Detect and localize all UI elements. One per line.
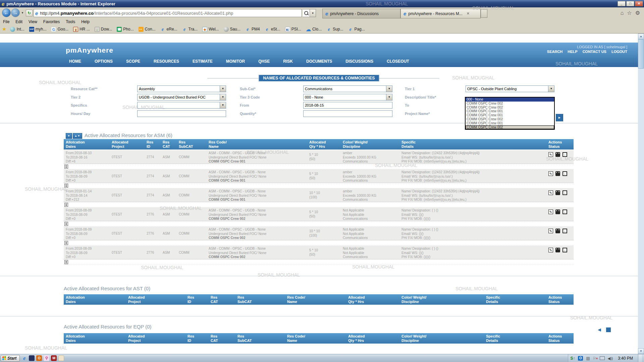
nav-item[interactable]: RISK — [283, 59, 293, 64]
favorites-star-icon[interactable]: ☆ — [627, 10, 632, 16]
sort-toggle-button[interactable]: ▲▼ — [73, 133, 82, 139]
hours-input[interactable] — [137, 110, 226, 117]
network-icon[interactable] — [600, 356, 605, 360]
nav-item[interactable]: OPTIONS — [95, 59, 113, 64]
favorite-item[interactable]: Pag... — [345, 26, 367, 32]
from-input[interactable]: 2018-08-15 — [303, 102, 392, 109]
download-icon[interactable]: ↓ — [562, 190, 567, 195]
specifics-select[interactable]: ▼ — [137, 102, 226, 109]
row-detail-icon[interactable] — [64, 241, 68, 245]
dropdown-arrow-icon[interactable]: ▼ — [548, 86, 554, 92]
edit-icon[interactable]: ✎ — [548, 209, 553, 214]
edit-icon[interactable]: ✎ — [548, 152, 553, 157]
quick-launch-icon[interactable]: O — [36, 355, 42, 361]
dropdown-option[interactable]: COMM OSPC Crew 002 — [466, 102, 554, 106]
dropdown-arrow-icon[interactable]: ▼ — [220, 102, 226, 108]
download-icon[interactable]: ↓ — [562, 171, 567, 176]
site-logo[interactable]: pmAnywhere — [66, 46, 113, 54]
history-dropdown-icon[interactable]: ▼ — [21, 11, 24, 14]
quick-launch-icon[interactable]: ⚲ — [44, 355, 49, 361]
quick-launch-icon[interactable]: M — [51, 355, 57, 361]
stop-page-icon[interactable] — [606, 327, 611, 332]
calendar-icon[interactable] — [555, 152, 560, 157]
clock[interactable]: 3:40 PM — [616, 356, 635, 361]
favorite-item[interactable]: Wel... — [200, 26, 221, 32]
tier3-select[interactable]: 000 - None▼ — [303, 94, 392, 101]
search-dropdown-icon[interactable]: ▼ — [310, 9, 316, 17]
nav-item[interactable]: MONITOR — [226, 59, 245, 64]
calendar-icon[interactable] — [555, 190, 560, 195]
calendar-icon[interactable] — [555, 229, 560, 233]
favorite-item[interactable]: Con... — [136, 26, 158, 32]
back-button[interactable]: ← — [2, 8, 11, 17]
tab-close-icon[interactable]: ✕ — [467, 11, 470, 16]
resource-cat-select[interactable]: Assembly▼ — [137, 85, 226, 92]
dropdown-option[interactable]: COMM OSPC Crew 002 — [466, 117, 554, 121]
download-icon[interactable]: ↓ — [562, 209, 567, 214]
favorite-item[interactable]: Sup... — [324, 26, 345, 32]
dropdown-option[interactable]: COMM OSPC Crew 002 — [466, 106, 554, 110]
calendar-icon[interactable] — [555, 248, 560, 252]
tier1-select[interactable]: OPSC - Outside Plant Cabling▼ — [466, 85, 554, 92]
utility-link[interactable]: SEARCH — [547, 50, 562, 54]
scroll-down-icon[interactable]: ▼ — [638, 348, 644, 354]
minimize-button[interactable]: _ — [618, 1, 626, 6]
volume-icon[interactable]: ◀)) — [608, 356, 613, 361]
favorite-item[interactable]: eSt... — [262, 26, 283, 32]
download-icon[interactable]: ↓ — [562, 248, 567, 252]
forward-button[interactable]: → — [11, 8, 20, 17]
download-icon[interactable]: ↓ — [562, 152, 567, 157]
scroll-up-icon[interactable]: ▲ — [638, 34, 644, 39]
scrollbar-thumb[interactable] — [638, 39, 644, 69]
dropdown-option[interactable]: COMM OSPC Crew 001 — [466, 113, 554, 117]
menu-item[interactable]: Edit — [12, 19, 25, 24]
submit-arrow-button[interactable]: ► — [556, 114, 563, 121]
add-favorite-icon[interactable]: ★ — [2, 26, 6, 32]
nav-item[interactable]: CLOSEOUT — [387, 59, 409, 64]
utility-link[interactable]: LOGOUT — [611, 50, 627, 54]
sync-icon[interactable]: S↑ — [570, 356, 575, 361]
menu-item[interactable]: View — [25, 19, 40, 24]
search-icon[interactable] — [303, 9, 310, 17]
nav-item[interactable]: ESTIMATE — [193, 59, 213, 64]
dropdown-option[interactable]: 000 - None — [466, 98, 554, 102]
dropdown-option[interactable]: COMM OSPC Crew 001 — [466, 109, 554, 113]
edit-icon[interactable]: ✎ — [548, 190, 553, 195]
row-detail-icon[interactable] — [64, 184, 68, 188]
favorite-item[interactable]: PM4 — [243, 26, 262, 32]
nav-item[interactable]: RESOURCES — [154, 59, 179, 64]
dropdown-option[interactable]: COMM OSPC Crew 002 — [466, 125, 554, 129]
row-detail-icon[interactable] — [64, 222, 68, 226]
favorite-item[interactable]: HR ... — [71, 26, 92, 32]
quick-launch-icon[interactable] — [29, 355, 35, 361]
quantity-input[interactable] — [303, 110, 392, 117]
vertical-scrollbar[interactable]: ▲ ▼ — [638, 34, 644, 354]
menu-item[interactable]: Favorites — [40, 19, 63, 24]
printer-icon[interactable]: ▤ — [586, 356, 590, 361]
row-detail-icon[interactable] — [64, 165, 68, 169]
favorite-item[interactable]: Pho... — [114, 26, 136, 32]
quick-launch-icon[interactable] — [58, 355, 64, 361]
favorite-item[interactable]: Sau... — [221, 26, 243, 32]
nav-item[interactable]: DOCUMENTS — [306, 59, 332, 64]
row-detail-icon[interactable] — [64, 260, 68, 264]
dropdown-arrow-icon[interactable]: ▼ — [386, 94, 392, 100]
calendar-icon[interactable] — [555, 171, 560, 176]
address-bar[interactable]: e http://pm4.pmanywhere.co/Interface/04a… — [34, 9, 302, 17]
start-button[interactable]: Start — [1, 355, 20, 362]
nav-item[interactable]: DISCUSSIONS — [345, 59, 373, 64]
edit-icon[interactable]: ✎ — [548, 229, 553, 233]
favorite-item[interactable]: Goo... — [49, 26, 71, 32]
outlook-icon[interactable]: O — [578, 356, 583, 361]
show-desktop-button[interactable] — [638, 354, 642, 362]
menu-item[interactable]: File — [0, 19, 12, 24]
utility-link[interactable]: CONTACT US — [583, 50, 606, 54]
menu-item[interactable]: Help — [78, 19, 93, 24]
nav-item[interactable]: QHSE — [258, 59, 270, 64]
close-button[interactable]: ✕ — [635, 1, 643, 6]
favorite-item[interactable]: Clo... — [304, 26, 324, 32]
favorite-item[interactable]: Dow... — [92, 26, 114, 32]
refresh-button[interactable]: ↻ — [26, 10, 33, 16]
sub-cat-select[interactable]: Communications▼ — [303, 85, 392, 92]
tab-discussions[interactable]: e pmAnywhere - Discussions — [322, 9, 400, 18]
